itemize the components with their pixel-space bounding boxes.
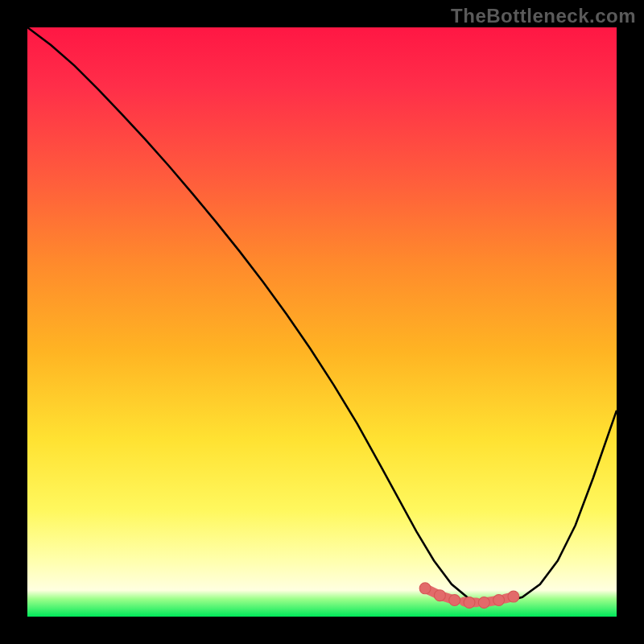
- plot-area: [27, 27, 617, 617]
- optimal-range-dot: [508, 591, 519, 602]
- optimal-range-dot: [419, 583, 431, 594]
- optimal-range-dot: [493, 595, 505, 606]
- optimal-range-dot: [464, 597, 475, 608]
- optimal-range-dot: [449, 595, 460, 606]
- optimal-range-dot: [478, 597, 489, 608]
- optimal-range-dot: [434, 590, 445, 601]
- bottleneck-curve: [27, 27, 617, 617]
- chart-frame: TheBottleneck.com: [0, 0, 644, 644]
- watermark-text: TheBottleneck.com: [451, 5, 636, 27]
- curve-path: [27, 27, 617, 604]
- optimal-range-markers: [419, 583, 519, 608]
